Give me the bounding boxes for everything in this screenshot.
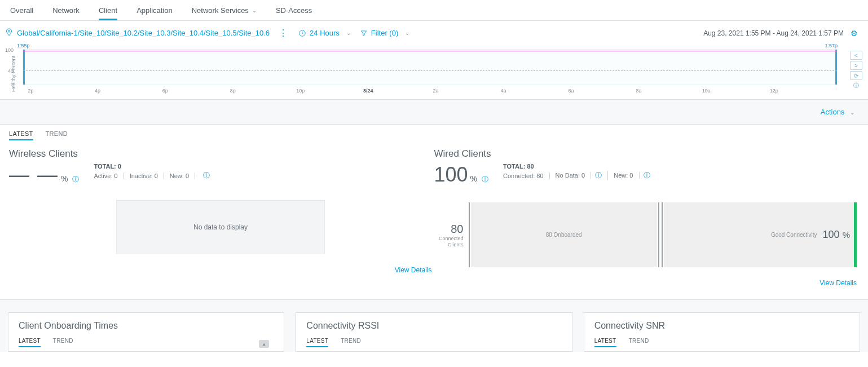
filter-icon: [360, 29, 368, 37]
chart-prev-button[interactable]: <: [850, 51, 862, 60]
xtick: 12p: [770, 88, 778, 94]
tab-client[interactable]: Client: [99, 0, 117, 20]
bottom-cards: Client Onboarding Times LATEST TREND ▴ C…: [0, 299, 868, 352]
time-range-label: 24 Hours: [310, 29, 340, 37]
wireless-total-label: TOTAL:: [94, 163, 116, 170]
xtick: 2a: [433, 88, 439, 94]
card-snr-title: Connectivity SNR: [594, 321, 849, 331]
series-line: [23, 51, 837, 51]
wireless-nodata: No data to display: [116, 200, 325, 254]
brush-handle-left[interactable]: [23, 50, 25, 85]
wired-view-details[interactable]: View Details: [819, 279, 857, 287]
wireless-new: New: 0: [170, 173, 195, 179]
flow-connected-label: 80 Connected Clients: [434, 202, 467, 267]
wired-panel: Wired Clients 100 % ⓘ TOTAL: 80 Connecte…: [434, 144, 860, 299]
wired-flow: 80 Connected Clients 80 Onboarded Good C…: [434, 202, 857, 267]
chart-refresh-button[interactable]: ⟳: [850, 71, 862, 80]
clock-icon: [298, 29, 306, 37]
chart-next-button[interactable]: >: [850, 61, 862, 70]
flow-good-pct: 100: [823, 229, 840, 240]
subtab-latest[interactable]: LATEST: [9, 130, 33, 140]
tab-sd-access[interactable]: SD-Access: [276, 0, 312, 20]
tab-application[interactable]: Application: [136, 0, 173, 20]
brush-start-label: 1:55p: [17, 43, 30, 48]
wired-score-pct: %: [470, 174, 477, 183]
tab-network-services[interactable]: Network Services ⌄: [192, 0, 257, 20]
info-icon[interactable]: ⓘ: [203, 171, 210, 180]
date-range-text: Aug 23, 2021 1:55 PM - Aug 24, 2021 1:57…: [703, 29, 844, 37]
tab-overall[interactable]: Overall: [10, 0, 33, 20]
flow-connected-text: Connected Clients: [434, 236, 464, 248]
flow-good-label: Good Connectivity: [771, 232, 817, 238]
wired-total-label: TOTAL:: [503, 163, 525, 170]
brush-handle-right[interactable]: [835, 50, 837, 85]
card-rssi: Connectivity RSSI LATEST TREND: [296, 312, 572, 352]
flow-onboarded-text: 80 Onboarded: [546, 232, 582, 238]
wireless-score-pct: %: [61, 174, 68, 183]
flow-good-sfx: %: [843, 230, 850, 240]
settings-icon[interactable]: ⚙: [851, 29, 858, 38]
actions-bar: Actions ⌄: [0, 100, 868, 125]
xtick: 4p: [95, 88, 100, 94]
subtab-trend[interactable]: TREND: [341, 338, 361, 347]
info-icon[interactable]: ⓘ: [72, 175, 79, 184]
subtab-trend[interactable]: TREND: [53, 338, 73, 347]
wired-totals: TOTAL: 80 Connected: 80 No Data: 0 ⓘ New…: [503, 163, 650, 180]
wired-score-value: 100: [434, 163, 468, 187]
wireless-totals: TOTAL: 0 Active: 0 Inactive: 0 New: 0 ⓘ: [94, 163, 210, 180]
brush-end-label: 1:57p: [825, 43, 838, 48]
subtab-trend[interactable]: TREND: [629, 338, 649, 347]
wireless-active: Active: 0: [94, 173, 124, 179]
info-icon[interactable]: ⓘ: [595, 171, 602, 179]
chart-plot-area[interactable]: 1:55p 1:57p 100 40 0: [15, 43, 838, 87]
wired-connected: Connected: 80: [503, 173, 550, 179]
svg-point-0: [8, 30, 10, 32]
chart-info-icon[interactable]: ⓘ: [850, 81, 862, 90]
breadcrumb-row: Global/California-1/Site_10/Site_10.2/Si…: [0, 21, 868, 43]
chart-nav-buttons: < > ⟳ ⓘ: [850, 51, 862, 90]
flow-good-bar: Good Connectivity 100 %: [661, 202, 857, 267]
card-onboarding-times: Client Onboarding Times LATEST TREND ▴: [8, 312, 284, 352]
actions-label: Actions: [821, 108, 845, 116]
plot-rect: [23, 49, 838, 85]
tab-network[interactable]: Network: [52, 0, 80, 20]
kebab-menu-icon[interactable]: ⋮: [279, 28, 287, 38]
subtab-latest[interactable]: LATEST: [19, 338, 41, 347]
xtick: 4a: [501, 88, 506, 94]
wireless-score: — — % ⓘ: [9, 163, 79, 187]
ytick-100: 100: [5, 47, 15, 53]
threshold-line: [23, 70, 837, 71]
chevron-down-icon: ⌄: [346, 30, 351, 36]
wireless-inactive: Inactive: 0: [130, 173, 164, 179]
chevron-down-icon: ⌄: [850, 109, 854, 116]
summary-subtabs: LATEST TREND: [0, 125, 868, 140]
timeline-chart: Healthy Percent 1:55p 1:57p 100 40 0 2p …: [0, 43, 868, 100]
info-icon[interactable]: ⓘ: [644, 171, 650, 179]
actions-menu[interactable]: Actions ⌄: [821, 108, 854, 116]
subtab-latest[interactable]: LATEST: [306, 338, 328, 347]
chevron-down-icon: ⌄: [252, 7, 257, 14]
flow-onboarded-bar: 80 Onboarded: [468, 202, 660, 267]
subtab-trend[interactable]: TREND: [46, 130, 68, 140]
card-onboarding-title: Client Onboarding Times: [19, 321, 274, 331]
wireless-view-details[interactable]: View Details: [395, 266, 432, 274]
card-snr: Connectivity SNR LATEST TREND: [584, 312, 860, 352]
info-icon[interactable]: ⓘ: [482, 175, 488, 184]
card-rssi-title: Connectivity RSSI: [306, 321, 561, 331]
wireless-total-value: 0: [118, 163, 121, 170]
x-axis: 2p 4p 6p 8p 10p 8/24 2a 4a 6a 8a 10a 12p: [23, 87, 838, 97]
xtick: 6a: [568, 88, 574, 94]
wired-score: 100 % ⓘ: [434, 163, 489, 187]
location-icon: [6, 28, 12, 38]
time-range-picker[interactable]: 24 Hours ⌄: [298, 29, 351, 37]
breadcrumb[interactable]: Global/California-1/Site_10/Site_10.2/Si…: [17, 29, 270, 37]
flow-good-indicator: [854, 202, 857, 267]
xtick: 10a: [702, 88, 711, 94]
tab-network-services-label: Network Services: [192, 6, 249, 15]
xtick: 2p: [28, 88, 33, 94]
flow-connected-count: 80: [434, 222, 464, 236]
filter-button[interactable]: Filter (0) ⌄: [360, 29, 409, 37]
xtick: 8a: [636, 88, 641, 94]
scroll-up-icon[interactable]: ▴: [259, 340, 269, 348]
subtab-latest[interactable]: LATEST: [594, 338, 616, 347]
